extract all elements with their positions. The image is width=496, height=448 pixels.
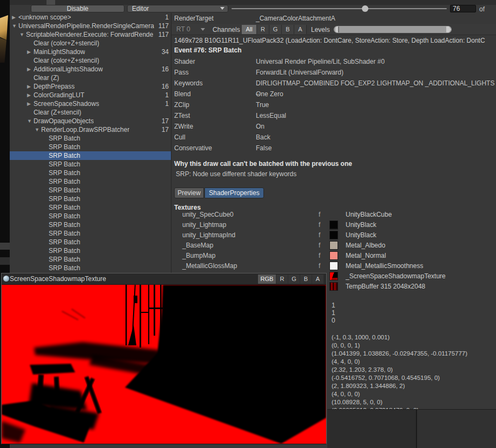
channels-label: Channels: [213, 26, 240, 34]
tree-row-srp-batch[interactable]: SRP Batch: [10, 186, 171, 195]
levels-min-handle[interactable]: [335, 26, 339, 32]
texture-thumbnail[interactable]: [329, 220, 338, 229]
tree-row-clear-z-stencil-[interactable]: Clear (Z+stencil): [10, 108, 171, 117]
property-key-pass: Pass: [174, 69, 189, 76]
tab-shader-properties[interactable]: ShaderProperties: [204, 188, 264, 198]
preview-channel-rgb-button[interactable]: RGB: [258, 275, 276, 284]
property-value-cull: Back: [256, 133, 496, 141]
texture-preview-window[interactable]: ScreenSpaceShadowmapTexture RGBRGBA: [1, 273, 327, 444]
foldout-closed-icon[interactable]: ▶: [27, 99, 31, 108]
preview-channel-b-button[interactable]: B: [300, 275, 312, 284]
preview-title: ScreenSpaceShadowmapTexture: [10, 275, 106, 283]
tree-row-srp-batch[interactable]: SRP Batch: [10, 220, 171, 229]
foldout-open-icon[interactable]: ▼: [27, 117, 32, 125]
tree-row-srp-batch[interactable]: SRP Batch: [10, 177, 171, 186]
preview-channel-r-button[interactable]: R: [276, 275, 288, 284]
tree-row-srp-batch[interactable]: SRP Batch: [10, 229, 171, 238]
tree-row-srp-batch[interactable]: SRP Batch: [10, 160, 171, 169]
texture-thumbnail[interactable]: [329, 282, 338, 291]
foldout-closed-icon[interactable]: ▶: [27, 82, 31, 91]
rt-index-dropdown[interactable]: RT 0: [174, 25, 207, 34]
property-key-ztest: ZTest: [174, 112, 190, 119]
levels-range-slider[interactable]: [334, 26, 452, 33]
scene-wood-shadow: [0, 38, 6, 63]
disable-button[interactable]: Disable: [31, 5, 124, 12]
tree-row--unknown-scope-[interactable]: ▶<unknown scope>1: [10, 13, 171, 22]
tree-row-srp-batch[interactable]: SRP Batch: [10, 238, 171, 246]
texture-thumbnail[interactable]: [329, 272, 338, 280]
tree-row-srp-batch[interactable]: SRP Batch: [10, 151, 171, 160]
tab-preview[interactable]: Preview: [174, 188, 204, 198]
texture-thumbnail[interactable]: [329, 241, 338, 250]
tree-row-label: SRP Batch: [49, 246, 80, 255]
tree-row-clear-color-z-stencil-[interactable]: Clear (color+Z+stencil): [10, 56, 171, 65]
frame-number-input[interactable]: 76: [450, 5, 476, 12]
tree-row-srp-batch[interactable]: SRP Batch: [10, 143, 171, 151]
preview-channel-g-button[interactable]: G: [288, 275, 300, 284]
vector-value: (1.041399, 1.038826, -0.02947355, -0.011…: [332, 350, 467, 357]
property-value-blend: One Zero: [256, 90, 496, 98]
window-top-strip: [10, 0, 496, 5]
tree-row-screenspaceshadows[interactable]: ▶ScreenSpaceShadows1: [10, 99, 171, 108]
tree-row-srp-batch[interactable]: SRP Batch: [10, 169, 171, 177]
tree-row-label: DrawOpaqueObjects: [34, 117, 94, 125]
tree-row-srp-batch[interactable]: SRP Batch: [10, 246, 171, 255]
frame-debugger-toolbar: Disable Editor 76 of 118: [10, 5, 496, 13]
tree-row-label: SRP Batch: [49, 203, 80, 212]
tree-row-drawopaqueobjects[interactable]: ▼DrawOpaqueObjects17: [10, 117, 171, 125]
tree-row-srp-batch[interactable]: SRP Batch: [10, 264, 171, 272]
texture-thumbnail[interactable]: [329, 251, 338, 260]
texture-flag: f: [319, 211, 320, 218]
render-target-row: RenderTarget _CameraColorAttachmentA: [171, 13, 496, 24]
vector-value: (-0.5416752, 0.7071068, 0.4545195, 0): [332, 375, 440, 381]
draw-call-count: 16: [162, 82, 169, 91]
property-value-zwrite: On: [256, 123, 496, 130]
frame-slider-track[interactable]: [232, 8, 447, 9]
channel-a-button[interactable]: A: [294, 25, 307, 34]
texture-thumbnail[interactable]: [329, 231, 338, 239]
frame-slider-thumb[interactable]: [362, 5, 368, 12]
preview-titlebar[interactable]: ScreenSpaceShadowmapTexture RGBRGBA: [2, 273, 326, 285]
preview-channel-a-button[interactable]: A: [312, 275, 324, 284]
tree-row-renderloop-drawsrpbatcher[interactable]: ▼RenderLoop.DrawSRPBatcher17: [10, 125, 171, 134]
draw-call-count: 17: [162, 117, 169, 125]
texture-name: TempBuffer 315 2048x2048: [346, 283, 425, 290]
channel-b-button[interactable]: B: [282, 25, 294, 34]
tree-row-label: AdditionalLightsShadow: [34, 65, 103, 73]
foldout-open-icon[interactable]: ▼: [35, 125, 39, 134]
tree-row-colorgradinglut[interactable]: ▶ColorGradingLUT1: [10, 91, 171, 99]
foldout-closed-icon[interactable]: ▶: [27, 48, 31, 56]
texture-flag: f: [319, 221, 320, 229]
tree-row-srp-batch[interactable]: SRP Batch: [10, 255, 171, 264]
levels-max-handle[interactable]: [446, 26, 451, 32]
tree-row-scriptablerenderer-execute-forwardrende[interactable]: ▼ScriptableRenderer.Execute: ForwardRend…: [10, 30, 171, 39]
tree-row-clear-z-[interactable]: Clear (Z): [10, 73, 171, 82]
tree-row-srp-batch[interactable]: SRP Batch: [10, 134, 171, 143]
channel-r-button[interactable]: R: [257, 25, 269, 34]
property-value-conservative: False: [256, 144, 496, 152]
tree-row-srp-batch[interactable]: SRP Batch: [10, 195, 171, 203]
batch-break-reason: SRP: Node use different shader keywords: [176, 170, 296, 178]
foldout-closed-icon[interactable]: ▶: [27, 91, 31, 99]
channel-all-button[interactable]: All: [242, 25, 257, 34]
tree-row-srp-batch[interactable]: SRP Batch: [10, 212, 171, 220]
tree-row-label: SRP Batch: [49, 264, 80, 272]
foldout-closed-icon[interactable]: ▶: [12, 13, 16, 22]
tree-row-srp-batch[interactable]: SRP Batch: [10, 203, 171, 212]
tree-row-universalrenderpipeline-rendersinglecamera[interactable]: ▼UniversalRenderPipeline.RenderSingleCam…: [10, 22, 171, 30]
target-select-dropdown[interactable]: Editor: [127, 5, 228, 12]
property-value-ztest: LessEqual: [256, 112, 496, 119]
tree-row-mainlightshadow[interactable]: ▶MainLightShadow34: [10, 48, 171, 56]
tree-row-depthprepass[interactable]: ▶DepthPrepass16: [10, 82, 171, 91]
tree-row-clear-color-z-stencil-[interactable]: Clear (color+Z+stencil): [10, 39, 171, 48]
texture-thumbnail[interactable]: [329, 262, 338, 270]
tree-row-label: SRP Batch: [49, 186, 80, 195]
foldout-open-icon[interactable]: ▼: [19, 30, 24, 39]
vector-value: (2.32, 1.203, 2.378, 0): [332, 366, 393, 373]
foldout-open-icon[interactable]: ▼: [12, 22, 17, 30]
channel-g-button[interactable]: G: [269, 25, 282, 34]
texture-flag: f: [319, 242, 320, 249]
foldout-closed-icon[interactable]: ▶: [27, 65, 31, 73]
bottom-right-panel: [327, 409, 496, 448]
tree-row-additionallightsshadow[interactable]: ▶AdditionalLightsShadow16: [10, 65, 171, 73]
